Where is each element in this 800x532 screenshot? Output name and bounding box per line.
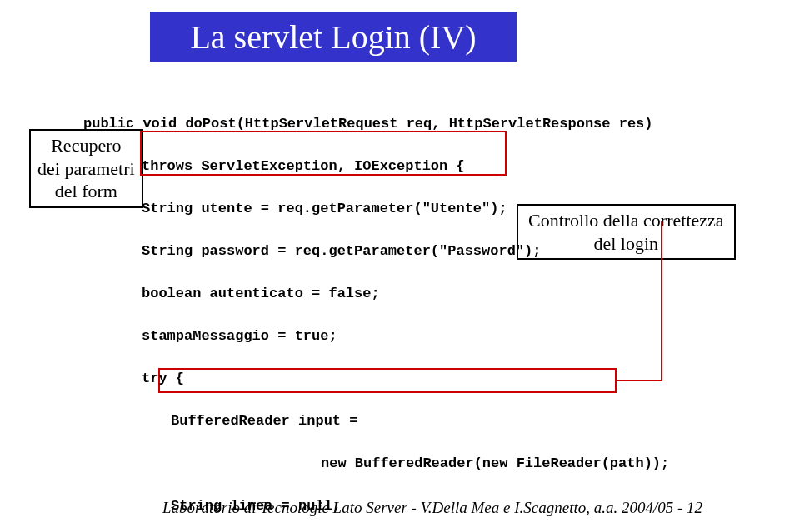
code-line: new BufferedReader(new FileReader(path))… [321, 453, 750, 475]
code-line: String utente = req.getParameter("Utente… [142, 198, 750, 220]
code-line: boolean autenticato = false; [142, 283, 750, 305]
code-line: public void doPost(HttpServletRequest re… [83, 113, 750, 135]
code-line: stampaMessaggio = true; [142, 326, 750, 347]
code-line: throws ServletException, IOException { [142, 156, 750, 177]
slide-footer: Laboratorio di Tecnologie Lato Server - … [162, 499, 702, 517]
code-line: BufferedReader input = [171, 410, 750, 432]
code-line: try { [142, 368, 750, 390]
code-line: String password = req.getParameter("Pass… [142, 241, 750, 262]
slide-title-box: La servlet Login (IV) [150, 12, 517, 62]
code-block: public void doPost(HttpServletRequest re… [83, 92, 750, 532]
slide-title: La servlet Login (IV) [190, 17, 476, 57]
